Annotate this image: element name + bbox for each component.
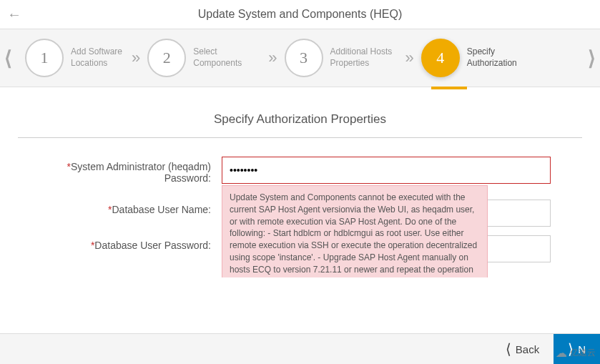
chevron-right-icon: » <box>405 49 414 67</box>
wizard-step-3[interactable]: 3 Additional Hosts Properties <box>285 39 398 77</box>
step-label: Select Components <box>193 46 261 69</box>
page-title: Update System and Components (HEQ) <box>0 8 600 21</box>
label-text: Database User Name: <box>112 204 211 215</box>
wizard-step-2[interactable]: 2 Select Components <box>147 39 261 77</box>
top-bar: ← Update System and Components (HEQ) <box>0 0 600 29</box>
wizard-step-1[interactable]: 1 Add Software Locations <box>25 39 124 77</box>
db-username-label: *Database User Name: <box>32 200 211 215</box>
section-title-wrap: Specify Authorization Properties <box>18 98 582 138</box>
content-panel: Specify Authorization Properties *System… <box>11 98 589 267</box>
step-number: 2 <box>147 39 186 77</box>
step-label: Specify Authorization <box>467 46 521 69</box>
step-number: 1 <box>25 39 64 77</box>
section-title: Specify Authorization Properties <box>18 98 582 137</box>
chevron-right-icon: » <box>132 49 140 67</box>
step-number: 3 <box>285 39 323 77</box>
step-label: Add Software Locations <box>71 46 124 69</box>
wizard-bar: ⟨ 1 Add Software Locations » 2 Select Co… <box>0 29 600 87</box>
wizard-prev-icon[interactable]: ⟨ <box>4 46 12 70</box>
error-tooltip: Update System and Components cannot be e… <box>222 185 488 277</box>
step-number: 4 <box>421 39 460 77</box>
wizard-next-icon[interactable]: ⟩ <box>588 46 596 70</box>
sysadmin-password-label: *System Administrator (heqadm) Password: <box>32 157 211 184</box>
sysadmin-password-input-wrap: Update System and Components cannot be e… <box>222 157 551 184</box>
step-label: Additional Hosts Properties <box>330 46 398 69</box>
wizard-step-4[interactable]: 4 Specify Authorization <box>421 39 521 77</box>
wizard-steps: 1 Add Software Locations » 2 Select Comp… <box>25 39 575 77</box>
chevron-right-icon: » <box>268 49 277 67</box>
back-arrow-icon[interactable]: ← <box>7 7 21 21</box>
db-password-label: *Database User Password: <box>32 235 211 251</box>
row-sysadmin-password: *System Administrator (heqadm) Password:… <box>11 152 589 188</box>
content-area: Specify Authorization Properties *System… <box>0 87 600 277</box>
sysadmin-password-input[interactable] <box>222 157 551 184</box>
label-text: System Administrator (heqadm) Password: <box>71 161 211 184</box>
label-text: Database User Password: <box>94 240 211 251</box>
